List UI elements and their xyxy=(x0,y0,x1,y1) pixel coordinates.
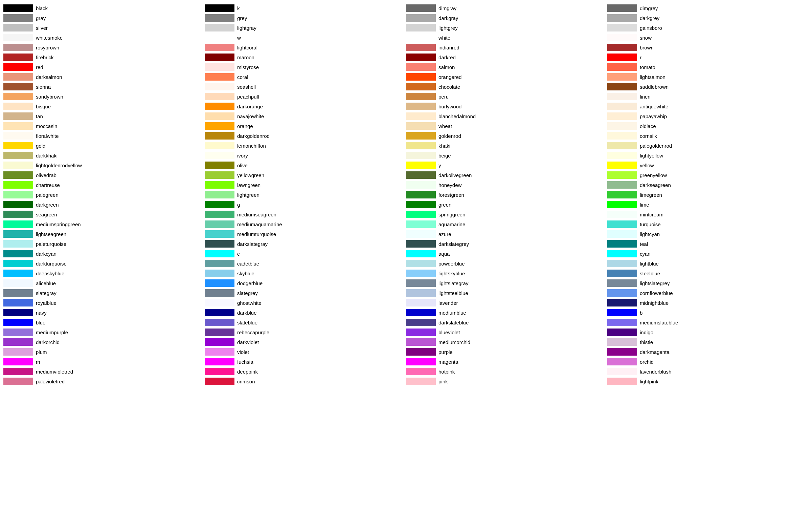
color-label: indigo xyxy=(640,330,653,335)
color-label: palevioletred xyxy=(36,379,65,384)
color-swatch xyxy=(406,112,436,120)
color-swatch xyxy=(607,309,637,316)
color-swatch xyxy=(205,142,234,149)
color-row: y xyxy=(406,161,607,170)
color-label: mediumvioletred xyxy=(36,369,73,375)
color-swatch xyxy=(406,250,436,257)
color-row: aliceblue xyxy=(3,278,205,288)
color-row: fuchsia xyxy=(205,357,406,366)
color-swatch xyxy=(406,73,436,81)
color-row: gainsboro xyxy=(607,23,809,33)
color-label: gold xyxy=(36,143,45,149)
color-swatch xyxy=(406,309,436,316)
color-swatch xyxy=(205,270,234,277)
color-row: whitesmoke xyxy=(3,33,205,42)
color-row: lightyellow xyxy=(607,151,809,160)
color-row: beige xyxy=(406,151,607,160)
color-row: tan xyxy=(3,111,205,121)
color-label: darkslategray xyxy=(237,241,268,247)
color-row: maroon xyxy=(205,52,406,62)
color-label: grey xyxy=(237,15,247,21)
color-swatch xyxy=(406,220,436,228)
color-label: pink xyxy=(438,379,448,384)
color-label: saddlebrown xyxy=(640,84,669,90)
color-label: peachpuff xyxy=(237,94,260,100)
column-1: blackgraysilverwhitesmokerosybrownfirebr… xyxy=(3,3,205,386)
color-row: mistyrose xyxy=(205,62,406,72)
color-row: orange xyxy=(205,121,406,131)
color-row: chocolate xyxy=(406,82,607,91)
color-swatch xyxy=(205,54,234,61)
color-row: palegreen xyxy=(3,190,205,199)
color-label: y xyxy=(438,163,441,168)
color-row: sandybrown xyxy=(3,92,205,101)
color-label: sienna xyxy=(36,84,51,90)
color-swatch xyxy=(406,338,436,346)
color-label: lightgray xyxy=(237,25,256,31)
color-label: k xyxy=(237,5,240,11)
color-label: fuchsia xyxy=(237,359,253,365)
color-label: darkturquoise xyxy=(36,261,67,267)
color-swatch xyxy=(3,368,33,375)
color-swatch xyxy=(607,201,637,208)
color-row: khaki xyxy=(406,141,607,150)
color-label: paleturquoise xyxy=(36,241,66,247)
color-swatch xyxy=(607,14,637,22)
color-label: darkslateblue xyxy=(438,320,469,325)
color-swatch xyxy=(3,34,33,41)
color-row: plum xyxy=(3,347,205,357)
color-row: saddlebrown xyxy=(607,82,809,91)
color-swatch xyxy=(3,260,33,267)
color-swatch xyxy=(607,348,637,356)
color-row: m xyxy=(3,357,205,366)
color-row: bisque xyxy=(3,102,205,111)
color-swatch xyxy=(205,14,234,22)
color-label: blueviolet xyxy=(438,330,460,335)
color-row: c xyxy=(205,249,406,258)
color-label: limegreen xyxy=(640,192,662,198)
color-swatch xyxy=(205,171,234,179)
color-row: lightcyan xyxy=(607,229,809,239)
color-row: firebrick xyxy=(3,52,205,62)
color-row: seashell xyxy=(205,82,406,91)
color-label: purple xyxy=(438,349,453,355)
color-swatch xyxy=(205,240,234,248)
color-swatch xyxy=(406,63,436,71)
color-label: indianred xyxy=(438,45,459,50)
color-swatch xyxy=(406,368,436,375)
color-label: skyblue xyxy=(237,271,254,276)
color-row: powderblue xyxy=(406,259,607,268)
column-4: dimgreydarkgreygainsborosnowbrownrtomato… xyxy=(607,3,809,386)
color-label: cornflowerblue xyxy=(640,290,673,296)
color-swatch xyxy=(406,152,436,159)
color-row: steelblue xyxy=(607,269,809,278)
color-row: lightblue xyxy=(607,259,809,268)
color-label: honeydew xyxy=(438,182,461,188)
color-label: tan xyxy=(36,113,43,119)
color-row: indigo xyxy=(607,327,809,337)
color-swatch xyxy=(3,250,33,257)
color-label: seashell xyxy=(237,84,256,90)
color-swatch xyxy=(3,83,33,90)
color-swatch xyxy=(205,34,234,41)
color-swatch xyxy=(607,63,637,71)
color-swatch xyxy=(205,338,234,346)
color-swatch xyxy=(406,191,436,198)
color-label: khaki xyxy=(438,143,450,149)
color-label: magenta xyxy=(438,359,458,365)
color-swatch xyxy=(205,211,234,218)
color-swatch xyxy=(607,378,637,385)
color-label: wheat xyxy=(438,123,452,129)
color-label: lightslategrey xyxy=(640,280,670,286)
color-swatch xyxy=(3,348,33,356)
color-swatch xyxy=(406,162,436,169)
color-label: aqua xyxy=(438,251,450,257)
color-swatch xyxy=(3,309,33,316)
color-swatch xyxy=(406,181,436,189)
color-row: coral xyxy=(205,72,406,82)
color-swatch xyxy=(607,24,637,31)
color-label: darkolivegreen xyxy=(438,172,472,178)
color-label: chocolate xyxy=(438,84,460,90)
color-row: limegreen xyxy=(607,190,809,199)
color-label: darkviolet xyxy=(237,339,259,345)
